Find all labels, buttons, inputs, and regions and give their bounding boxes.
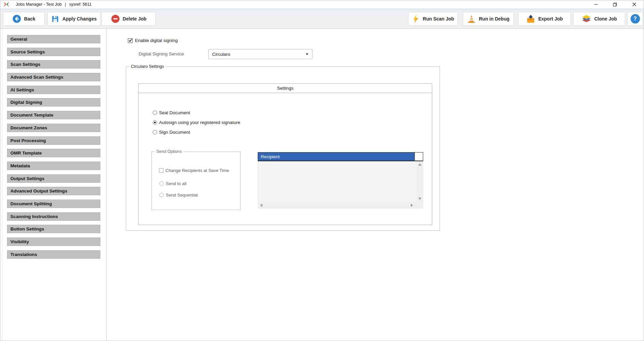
sidebar-item-output-settings[interactable]: Output Settings <box>7 174 100 183</box>
sidebar-item-ai-settings[interactable]: AI Settings <box>7 86 100 94</box>
change-recipients-row[interactable]: Change Recipients at Save Time <box>159 168 229 173</box>
minimize-icon <box>594 2 598 6</box>
radio-icon <box>153 111 157 115</box>
clone-job-button-label: Clone Job <box>594 16 617 22</box>
window-controls <box>586 0 644 8</box>
sidebar-item-document-splitting[interactable]: Document Splitting <box>7 200 100 208</box>
sidebar-item-post-processing[interactable]: Post Processing <box>7 136 100 145</box>
window-title: Jobs Manager - Test Job | sysref: 5611 <box>16 0 94 8</box>
back-button[interactable]: Back <box>3 12 45 26</box>
back-circle-icon <box>12 14 21 23</box>
layers-icon <box>582 14 591 23</box>
export-job-button[interactable]: Export Job <box>518 12 571 26</box>
radio-disabled-icon <box>159 193 164 197</box>
send-to-all-option[interactable]: Send to all <box>159 181 186 186</box>
enable-digital-signing-checkbox[interactable] <box>128 38 133 43</box>
apply-changes-button-label: Apply Changes <box>62 16 97 22</box>
sidebar-item-metadata[interactable]: Metadata <box>7 162 100 170</box>
sidebar-item-button-settings[interactable]: Button Settings <box>7 225 100 233</box>
dropdown-button[interactable] <box>302 49 312 59</box>
recipient-column-header[interactable]: Recipient <box>258 152 415 161</box>
run-in-debug-button-label: Run in Debug <box>479 16 509 22</box>
window-title-app: Jobs Manager - Test Job <box>16 2 62 7</box>
recipient-list: Recipient <box>258 152 423 209</box>
scroll-down-icon[interactable] <box>418 198 422 200</box>
change-recipients-checkbox[interactable] <box>159 168 163 173</box>
clone-job-button[interactable]: Clone Job <box>573 12 625 26</box>
window-title-separator: | <box>65 2 66 7</box>
app-logo-icon <box>3 1 10 8</box>
delete-circle-icon <box>111 14 120 23</box>
tab-settings[interactable]: Settings <box>138 83 432 93</box>
check-icon <box>129 39 132 42</box>
radio-icon <box>153 130 157 134</box>
minimize-button[interactable] <box>586 0 605 8</box>
sidebar-item-visibility[interactable]: Visibility <box>7 238 100 246</box>
enable-digital-signing-row: Enable digital signing <box>128 38 178 43</box>
circularo-settings-group: Circularo Settings Settings Seal Documen… <box>126 67 440 231</box>
sidebar-item-translations[interactable]: Translations <box>7 250 100 259</box>
seal-document-option[interactable]: Seal Document <box>153 110 190 115</box>
seal-document-label: Seal Document <box>159 110 190 115</box>
circularo-settings-group-title: Circularo Settings <box>130 64 165 69</box>
send-options-group-title: Send Options <box>155 149 183 154</box>
radio-disabled-icon <box>159 181 164 186</box>
recipient-list-body[interactable] <box>258 161 416 202</box>
sign-document-option[interactable]: Sign Document <box>153 130 190 134</box>
sidebar-item-omr-template[interactable]: OMR Template <box>7 149 100 157</box>
send-sequential-label: Send Sequential <box>166 193 198 198</box>
autosign-label: Autosign using your registered signature <box>159 120 240 125</box>
restore-button[interactable] <box>605 0 625 8</box>
export-job-button-label: Export Job <box>538 16 563 22</box>
app-window: Jobs Manager - Test Job | sysref: 5611 B… <box>0 0 644 341</box>
delete-job-button-label: Delete Job <box>123 16 147 22</box>
help-button[interactable]: ? <box>627 12 643 26</box>
sidebar-item-advanced-scan-settings[interactable]: Advanced Scan Settings <box>7 73 100 81</box>
delete-job-button[interactable]: Delete Job <box>102 12 156 26</box>
sidebar-item-source-settings[interactable]: Source Settings <box>7 48 100 56</box>
sidebar-item-document-template[interactable]: Document Template <box>7 111 100 119</box>
recipient-column-header-label: Recipient <box>261 154 280 159</box>
help-icon: ? <box>631 14 640 24</box>
send-to-all-label: Send to all <box>166 181 186 186</box>
traffic-cone-icon <box>467 14 476 23</box>
recipient-header-stub <box>414 152 423 161</box>
radio-selected-icon <box>153 120 157 125</box>
digital-signing-service-label: Digital Signing Service <box>139 51 184 56</box>
back-button-label: Back <box>24 16 35 22</box>
sidebar-nav: General Source Settings Scan Settings Ad… <box>0 29 107 341</box>
digital-signing-service-select[interactable]: Circularo <box>208 49 312 59</box>
sign-document-label: Sign Document <box>159 130 190 135</box>
toolbar: Back Apply Changes Delete Job <box>0 8 644 29</box>
sidebar-item-document-zones[interactable]: Document Zones <box>7 124 100 132</box>
close-button[interactable] <box>625 0 644 8</box>
run-scan-job-button-label: Run Scan Job <box>423 16 454 22</box>
digital-signing-page: Enable digital signing Digital Signing S… <box>107 29 644 341</box>
export-box-icon <box>526 14 535 24</box>
change-recipients-label: Change Recipients at Save Time <box>165 168 229 173</box>
lightning-icon <box>412 14 420 24</box>
titlebar: Jobs Manager - Test Job | sysref: 5611 <box>0 0 644 8</box>
scroll-right-icon[interactable] <box>411 204 413 207</box>
vertical-scrollbar[interactable] <box>416 161 423 202</box>
enable-digital-signing-label: Enable digital signing <box>135 38 178 43</box>
sidebar-item-scan-settings[interactable]: Scan Settings <box>7 60 100 69</box>
scroll-up-icon[interactable] <box>418 163 422 166</box>
scroll-left-icon[interactable] <box>260 204 262 207</box>
sidebar-item-scanning-instructions[interactable]: Scanning Instructions <box>7 212 100 221</box>
sidebar-item-general[interactable]: General <box>7 35 100 43</box>
sidebar-item-advanced-output-settings[interactable]: Advanced Output Settings <box>7 187 100 195</box>
autosign-option[interactable]: Autosign using your registered signature <box>153 120 240 125</box>
apply-changes-button[interactable]: Apply Changes <box>47 12 100 26</box>
send-sequential-option[interactable]: Send Sequential <box>159 193 198 197</box>
sidebar-item-digital-signing[interactable]: Digital Signing <box>7 98 100 106</box>
close-icon <box>632 2 636 6</box>
restore-icon <box>613 2 617 7</box>
settings-tab-panel: Seal Document Autosign using your regist… <box>138 93 432 225</box>
run-in-debug-button[interactable]: Run in Debug <box>463 12 514 26</box>
horizontal-scrollbar[interactable] <box>258 202 423 209</box>
send-options-group: Send Options Change Recipients at Save T… <box>151 152 241 210</box>
dropdown-arrow-icon <box>306 53 308 55</box>
window-title-sysref: sysref: 5611 <box>69 2 92 7</box>
run-scan-job-button[interactable]: Run Scan Job <box>408 12 458 26</box>
